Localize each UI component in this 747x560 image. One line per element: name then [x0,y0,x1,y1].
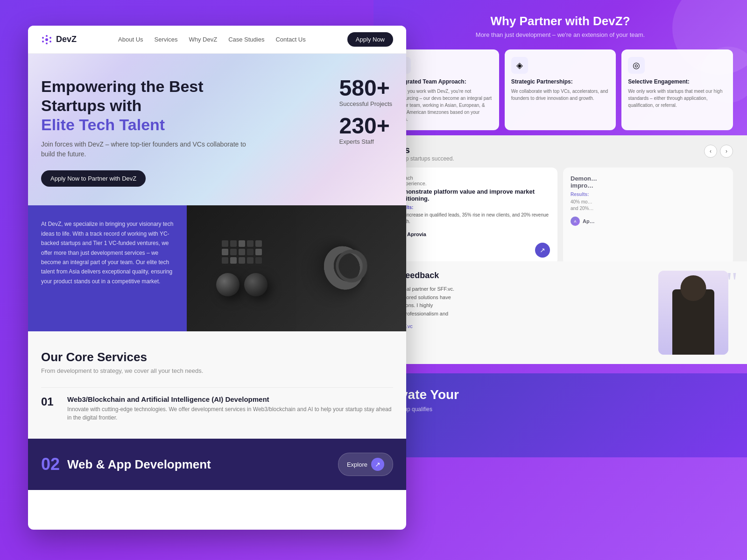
feedback-quote: …eptional partner for SFF.vc.…nd tailore… [388,285,649,318]
case-card-1-pre: …reach…experience. [395,175,550,186]
company-badge-1: A Aprovia [395,230,550,239]
hero-subtitle: Join forces with DevZ – where top-tier f… [41,140,252,159]
services-title: Our Core Services [41,350,393,364]
about-images [187,205,406,331]
partner-title: Why Partner with DevZ? [490,14,630,28]
partner-card-strategic: ◈ Strategic Partnerships: We collaborate… [505,49,616,130]
hero-title: Empowering the Best Startups with Elite … [41,77,252,134]
case-card-2-title: Demon…impro… [571,175,726,189]
hero-stats: 580+ Successful Projects 230+ Experts St… [339,77,392,153]
cases-section: …ies …ed top startups succeed. ‹ › …reac… [374,135,747,274]
partner-card-1-title: Strategic Partnerships: [511,78,610,85]
case-card-1-title: Demonstrate platform value and improve m… [395,188,550,202]
selective-icon: ◎ [628,57,645,74]
svg-point-5 [42,41,44,42]
browser-window: DevZ About Us Services Why DevZ Case Stu… [28,26,406,530]
case-cards: …reach…experience. Demonstrate platform … [388,168,733,265]
company-dot-2: A [571,217,580,226]
hero-cta-button[interactable]: Apply Now to Partner with DevZ [41,170,146,187]
case-card-2-results-label: Results: [571,192,726,197]
stat-projects: 580+ Successful Projects [339,77,392,107]
elevate-sub: …startup qualifies [388,406,733,413]
explore-arrow-icon: ↗ [371,458,384,471]
feedback-person [658,271,733,355]
case-card-1-results-label: Results: [395,205,550,210]
company-name-2: Ap… [583,218,595,224]
logo-icon [41,34,52,45]
explore-button[interactable]: Explore ↗ [338,453,393,476]
partner-card-0-text: When you work with DevZ, you're not outs… [394,88,493,123]
svg-point-6 [49,41,51,42]
company-badge-2: A Ap… [571,217,726,226]
nav-contact[interactable]: Contact Us [275,36,305,43]
case-card-2-results-text: 40% mo…and 20%… [571,199,726,212]
elevate-section: …vate Your …startup qualifies [374,373,747,457]
partner-cards: ⊕ Integrated Team Approach: When you wor… [388,49,733,130]
hero-section: Empowering the Best Startups with Elite … [28,54,406,205]
svg-point-0 [45,38,48,41]
services-section: Our Core Services From development to st… [28,331,406,439]
feedback-text: …' Feedback …eptional partner for SFF.vc… [388,271,649,355]
about-text: At DevZ, we specialize in bringing your … [28,205,187,331]
partner-card-0-title: Integrated Team Approach: [394,78,493,85]
case-card-2: Demon…impro… Results: 40% mo…and 20%… A … [563,168,733,265]
nav-case-studies[interactable]: Case Studies [228,36,264,43]
case-nav-arrows: ‹ › [704,145,733,158]
cases-header: …ies …ed top startups succeed. ‹ › [388,145,733,162]
partner-section: Why Partner with DevZ? More than just de… [374,0,747,140]
person-photo [658,271,728,355]
logo-text: DevZ [56,35,77,44]
explore-label: Explore [347,461,367,468]
navbar: DevZ About Us Services Why DevZ Case Stu… [28,26,406,54]
stat-experts: 230+ Experts Staff [339,115,392,145]
feedback-section: " …' Feedback …eptional partner for SFF.… [374,261,747,364]
strategic-icon: ◈ [511,57,528,74]
logo[interactable]: DevZ [41,34,77,45]
company-name-1: Aprovia [407,231,426,237]
case-next-arrow[interactable]: › [720,145,733,158]
partner-subtitle: More than just development – we're an ex… [476,31,645,38]
nav-services[interactable]: Services [155,36,178,43]
services-subtitle: From development to strategy, we cover a… [41,367,393,374]
case-prev-arrow[interactable]: ‹ [704,145,717,158]
service-item-2-bar: 02 Web & App Development Explore ↗ [28,439,406,490]
about-image-2 [296,205,406,331]
case-card-1: …reach…experience. Demonstrate platform … [388,168,557,265]
nav-about[interactable]: About Us [118,36,143,43]
nav-why[interactable]: Why DevZ [189,36,217,43]
feedback-author: …r, SFF.vc [388,323,649,329]
elevate-title: …vate Your [388,387,733,402]
service-item-1: 01 Web3/Blockchain and Artificial Intell… [41,387,393,429]
right-panel: Why Partner with DevZ? More than just de… [374,0,747,560]
partner-card-1-text: We collaborate with top VCs, accelerator… [511,88,610,102]
svg-point-1 [46,35,48,37]
nav-links: About Us Services Why DevZ Case Studies … [118,36,306,43]
about-section: At DevZ, we specialize in bringing your … [28,205,406,331]
feedback-title: …' Feedback [388,271,649,280]
hero-content: Empowering the Best Startups with Elite … [41,77,252,187]
case-arrow-1[interactable]: ↗ [535,243,550,258]
case-card-1-results-text: 40% increase in qualified leads, 35% ris… [395,212,550,225]
service-2-title: Web & App Development [67,457,331,472]
svg-point-2 [46,42,48,44]
svg-point-4 [49,37,51,39]
service-2-number: 02 [41,455,60,474]
svg-point-3 [42,37,44,39]
nav-cta-button[interactable]: Apply Now [347,32,393,47]
about-image-1 [187,205,296,331]
